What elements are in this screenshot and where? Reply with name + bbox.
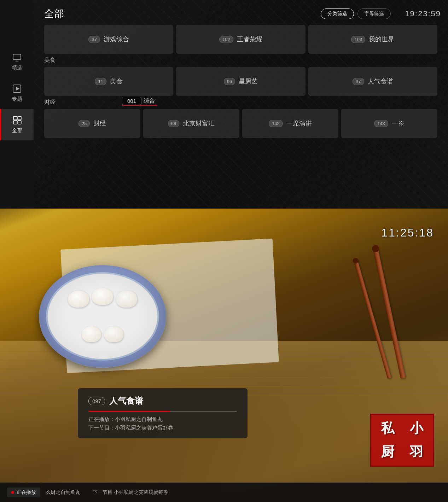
grid-icon — [12, 115, 22, 125]
svg-rect-6 — [18, 116, 21, 120]
progress-fill — [88, 411, 170, 412]
channel-card-142[interactable]: 142 一席演讲 — [242, 109, 338, 138]
info-channel-num: 097 — [88, 397, 105, 405]
channel-card-68[interactable]: 68 北京财富汇 — [143, 109, 239, 138]
filter-buttons: 分类筛选 字母筛选 — [321, 8, 391, 19]
status-bar: 正在播放 么厨之自制鱼丸 下一节目 小羽私厨之芙蓉鸡蛋虾卷 — [0, 483, 448, 502]
filter-btn-alphabet[interactable]: 字母筛选 — [357, 8, 391, 19]
dumpling-5 — [104, 326, 123, 342]
sidebar-label-jingxuan: 精选 — [12, 64, 22, 71]
video-clock: 11:25:18 — [381, 226, 434, 239]
channel-card-96[interactable]: 96 星厨艺 — [176, 67, 305, 96]
section-label-meishi: 美食 — [44, 57, 437, 64]
progress-bar — [88, 411, 237, 412]
live-dot — [11, 491, 14, 494]
food-channel-grid: 11 美食 96 星厨艺 97 人气食谱 — [44, 67, 437, 96]
channel-card-103[interactable]: 103 我的世界 — [308, 25, 437, 54]
channel-input[interactable]: 001 — [122, 97, 141, 105]
dumpling-1 — [68, 291, 89, 308]
filter-btn-category[interactable]: 分类筛选 — [321, 8, 354, 19]
svg-marker-4 — [16, 87, 19, 91]
status-next-info: 下一节目 小羽私厨之芙蓉鸡蛋虾卷 — [93, 489, 168, 496]
channel-input-label: 综合 — [144, 97, 155, 105]
sidebar-item-quanbu[interactable]: 全部 — [0, 109, 34, 140]
svg-rect-8 — [18, 121, 21, 124]
video-player-section: 11:25:18 097 人气食谱 正在播放：小羽私厨之自制鱼丸 下一节目：小羽… — [0, 209, 448, 502]
svg-rect-0 — [13, 54, 21, 59]
live-badge: 正在播放 — [7, 488, 40, 497]
channel-card-97[interactable]: 97 人气食谱 — [308, 67, 437, 96]
header-row: 全部 分类筛选 字母筛选 19:23:59 — [41, 7, 441, 21]
brand-char-4: 羽 — [403, 441, 431, 464]
plate-base — [39, 265, 166, 368]
svg-rect-7 — [13, 121, 17, 124]
tv-icon — [12, 52, 22, 62]
brand-char-1: 私 — [373, 417, 402, 440]
status-now-playing: 么厨之自制鱼丸 — [46, 489, 80, 496]
page-title: 全部 — [44, 7, 64, 21]
plate-inner — [48, 274, 157, 359]
brand-box: 私 小 厨 羽 — [370, 414, 434, 467]
video-background: 11:25:18 097 人气食谱 正在播放：小羽私厨之自制鱼丸 下一节目：小羽… — [0, 209, 448, 502]
channel-card-102[interactable]: 102 王者荣耀 — [176, 25, 305, 54]
plate-area — [28, 255, 180, 378]
channel-card-11[interactable]: 11 美食 — [44, 67, 173, 96]
brand-logo: 私 小 厨 羽 — [370, 414, 434, 467]
sidebar-label-quanbu: 全部 — [12, 127, 23, 134]
dumpling-3 — [116, 291, 137, 308]
game-channel-grid: 37 游戏综合 102 王者荣耀 103 我的世界 — [44, 25, 437, 54]
channel-header-row: 097 人气食谱 — [88, 395, 237, 407]
dumpling-4 — [82, 326, 101, 342]
info-channel-name: 人气食谱 — [109, 395, 143, 407]
sidebar-item-jingxuan[interactable]: 精选 — [0, 46, 34, 77]
input-underline — [122, 105, 157, 106]
brand-char-3: 厨 — [373, 441, 402, 464]
finance-channel-grid: 25 财经 68 北京财富汇 142 一席演讲 — [44, 109, 437, 138]
dumpling-2 — [92, 288, 113, 305]
channel-info-panel: 097 人气食谱 正在播放：小羽私厨之自制鱼丸 下一节目：小羽私厨之芙蓉鸡蛋虾卷 — [78, 388, 248, 438]
sidebar: 精选 专题 全部 — [0, 0, 34, 209]
live-label: 正在播放 — [16, 489, 36, 496]
top-section: 精选 专题 全部 — [0, 0, 448, 209]
info-now-playing: 正在播放：小羽私厨之自制鱼丸 — [88, 416, 237, 423]
play-icon — [12, 84, 22, 94]
svg-rect-5 — [13, 116, 17, 120]
channel-card-37[interactable]: 37 游戏综合 — [44, 25, 173, 54]
channel-card-25[interactable]: 25 财经 — [44, 109, 140, 138]
channel-card-143[interactable]: 143 一※ — [341, 109, 437, 138]
section-label-caijing: 财经 — [44, 99, 56, 106]
sidebar-item-zhuanti[interactable]: 专题 — [0, 77, 34, 109]
main-content: 全部 分类筛选 字母筛选 19:23:59 37 游戏综合 102 王者 — [34, 0, 448, 209]
brand-char-2: 小 — [403, 417, 431, 440]
finance-section: 财经 001 综合 25 财经 68 北京财富汇 — [41, 99, 441, 138]
sidebar-label-zhuanti: 专题 — [12, 96, 22, 103]
top-clock: 19:23:59 — [405, 9, 441, 18]
info-next-show: 下一节目：小羽私厨之芙蓉鸡蛋虾卷 — [88, 425, 237, 431]
